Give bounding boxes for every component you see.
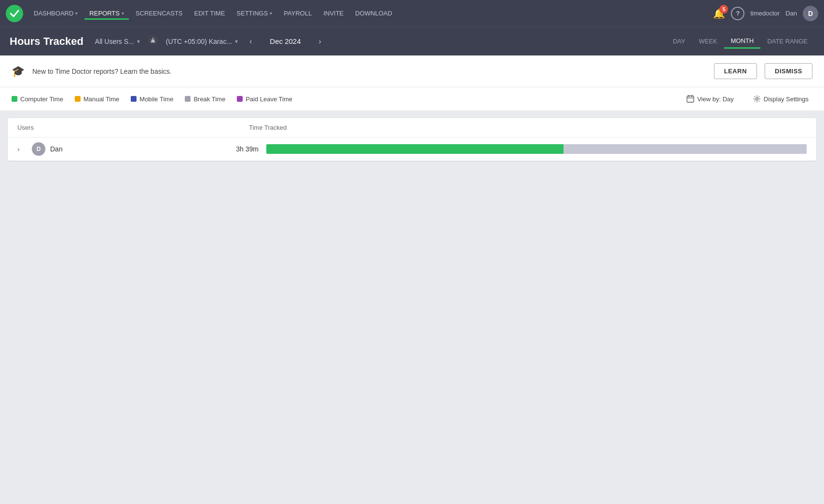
chevron-down-icon: ▾ (235, 38, 238, 45)
table-header-row: Users Time Tracked (8, 118, 816, 137)
info-text: New to Time Doctor reports? Learn the ba… (32, 68, 706, 75)
nav-download[interactable]: DOWNLOAD (350, 7, 397, 20)
user-name: Dan (50, 145, 63, 153)
tab-month[interactable]: MONTH (724, 34, 761, 49)
svg-rect-4 (691, 95, 692, 97)
timezone-dropdown[interactable]: (UTC +05:00) Karac... ▾ (166, 38, 238, 45)
gear-icon (753, 95, 761, 103)
expand-row-button[interactable]: › (17, 145, 27, 153)
download-button[interactable] (148, 35, 158, 48)
prev-period-button[interactable]: ‹ (246, 35, 256, 48)
svg-rect-2 (687, 96, 694, 102)
computer-time-dot (12, 96, 17, 102)
legend-bar: Computer Time Manual Time Mobile Time Br… (0, 87, 824, 110)
table-row: › D Dan 3h 39m (8, 137, 816, 161)
legend-mobile-time: Mobile Time (131, 95, 173, 103)
user-info-cell: › D Dan (17, 142, 230, 156)
col-header-time: Time Tracked (249, 124, 807, 131)
mobile-time-label: Mobile Time (139, 95, 173, 103)
hours-table: Users Time Tracked › D Dan 3h 39m (8, 118, 816, 161)
user-filter-label: All Users S... (95, 38, 134, 45)
paid-leave-label: Paid Leave Time (246, 95, 292, 103)
paid-leave-dot (237, 96, 243, 102)
tab-week[interactable]: WEEK (692, 35, 724, 48)
break-time-label: Break Time (193, 95, 225, 103)
nav-settings[interactable]: SETTINGS ▾ (232, 7, 277, 20)
legend-paid-leave: Paid Leave Time (237, 95, 292, 103)
mobile-time-dot (131, 96, 137, 102)
remaining-bar (563, 144, 807, 154)
graduation-cap-icon: 🎓 (12, 65, 25, 78)
chevron-down-icon: ▾ (270, 11, 272, 16)
manual-time-dot (75, 96, 81, 102)
current-period: Dec 2024 (263, 37, 307, 45)
nav-screencasts[interactable]: SCREENCASTS (131, 7, 188, 20)
svg-rect-3 (688, 95, 689, 97)
time-value: 3h 39m (230, 145, 259, 153)
dismiss-button[interactable]: DISMISS (765, 63, 812, 79)
notification-bell[interactable]: 🔔 5 (713, 8, 725, 19)
user-filter-dropdown[interactable]: All Users S... ▾ (95, 38, 140, 45)
nav-user-display: Dan (785, 10, 797, 17)
view-by-label: View by: Day (697, 95, 734, 103)
legend-manual-time: Manual Time (75, 95, 119, 103)
chevron-down-icon: ▾ (75, 11, 78, 16)
time-bar (266, 144, 807, 154)
chevron-down-icon: ▾ (137, 38, 140, 45)
nav-reports[interactable]: REPORTS ▾ (84, 7, 129, 20)
info-banner: 🎓 New to Time Doctor reports? Learn the … (0, 55, 824, 87)
page-header: Hours Tracked All Users S... ▾ (UTC +05:… (0, 27, 824, 55)
chevron-down-icon: ▾ (122, 11, 124, 16)
timezone-label: (UTC +05:00) Karac... (166, 38, 232, 45)
notification-badge: 5 (719, 5, 728, 14)
col-header-users: Users (17, 124, 249, 131)
main-content: 🎓 New to Time Doctor reports? Learn the … (0, 55, 824, 490)
legend-break-time: Break Time (185, 95, 225, 103)
learn-button[interactable]: LEARN (714, 63, 757, 79)
help-button[interactable]: ? (731, 7, 744, 20)
nav-dashboard[interactable]: DASHBOARD ▾ (29, 7, 82, 20)
period-tabs: DAY WEEK MONTH DATE RANGE (666, 34, 814, 49)
main-nav: DASHBOARD ▾ REPORTS ▾ SCREENCASTS EDIT T… (0, 0, 824, 27)
logo[interactable] (6, 5, 23, 22)
time-cell: 3h 39m (230, 144, 807, 154)
view-by-day-button[interactable]: View by: Day (683, 93, 738, 105)
tab-day[interactable]: DAY (666, 35, 692, 48)
avatar: D (32, 142, 45, 156)
nav-invite[interactable]: INVITE (318, 7, 348, 20)
next-period-button[interactable]: › (315, 35, 325, 48)
display-settings-button[interactable]: Display Settings (749, 93, 812, 105)
computer-time-bar (266, 144, 563, 154)
calendar-icon (687, 95, 694, 103)
nav-right-section: 🔔 5 ? timedoctor Dan D (713, 6, 818, 21)
computer-time-label: Computer Time (20, 95, 63, 103)
display-settings-label: Display Settings (764, 95, 809, 103)
legend-computer-time: Computer Time (12, 95, 63, 103)
tab-date-range[interactable]: DATE RANGE (760, 35, 814, 48)
svg-point-5 (755, 98, 758, 100)
page-title: Hours Tracked (10, 35, 83, 48)
break-time-dot (185, 96, 191, 102)
nav-payroll[interactable]: PAYROLL (279, 7, 316, 20)
manual-time-label: Manual Time (83, 95, 119, 103)
user-avatar[interactable]: D (803, 6, 818, 21)
svg-point-0 (6, 5, 23, 22)
nav-edit-time[interactable]: EDIT TIME (190, 7, 230, 20)
nav-username[interactable]: timedoctor (750, 10, 780, 17)
